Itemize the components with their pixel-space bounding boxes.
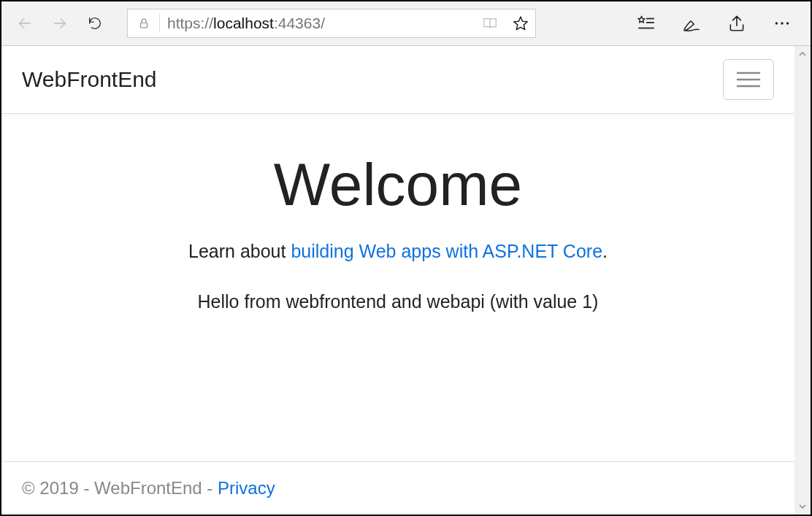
share-button[interactable] [714,6,759,41]
arrow-right-icon [52,15,68,31]
hamburger-icon [735,69,762,91]
arrow-left-icon [17,15,33,31]
toolbar-right [624,6,811,41]
notes-button[interactable] [669,6,714,41]
footer: © 2019 - WebFrontEnd - Privacy [1,461,794,515]
forward-button[interactable] [42,6,77,41]
api-message: Hello from webfrontend and webapi (with … [1,291,794,312]
refresh-button[interactable] [77,6,112,41]
browser-toolbar: https://localhost:44363/ [1,1,811,46]
lock-icon [128,14,160,33]
subtitle: Learn about building Web apps with ASP.N… [1,241,794,262]
more-button[interactable] [759,6,805,41]
chevron-down-icon [798,502,807,511]
url-protocol: https:// [167,15,213,31]
main-content: Welcome Learn about building Web apps wi… [1,114,794,461]
navbar-toggle-button[interactable] [723,59,774,100]
address-bar-actions [480,13,535,34]
svg-point-4 [775,22,778,24]
page-content: WebFrontEnd Welcome Learn about building… [1,46,794,515]
favorite-button[interactable] [510,13,531,34]
learn-link[interactable]: building Web apps with ASP.NET Core [291,241,602,261]
reading-view-button[interactable] [480,13,500,34]
scroll-up-button[interactable] [794,46,811,62]
favorites-list-button[interactable] [624,6,669,41]
url-text: https://localhost:44363/ [160,15,480,32]
privacy-link[interactable]: Privacy [218,478,275,498]
page-area: WebFrontEnd Welcome Learn about building… [1,46,811,515]
site-navbar: WebFrontEnd [1,46,794,114]
chevron-up-icon [798,50,807,58]
scroll-down-button[interactable] [794,498,811,515]
star-icon [512,15,529,32]
subtitle-prefix: Learn about [188,241,291,261]
star-list-icon [637,14,656,33]
url-host: localhost [213,15,274,31]
dots-icon [773,14,792,33]
address-bar[interactable]: https://localhost:44363/ [127,9,536,38]
nav-buttons [1,6,118,41]
pen-icon [682,14,701,33]
svg-point-5 [781,22,783,24]
subtitle-suffix: . [602,241,608,261]
page-title: Welcome [1,150,794,219]
copyright-text: © 2019 - WebFrontEnd [22,478,202,498]
svg-point-6 [786,22,789,24]
svg-rect-0 [140,23,147,28]
url-port-path: :44363/ [274,15,325,31]
footer-separator: - [202,478,218,498]
book-icon [482,15,498,31]
share-icon [727,14,746,33]
brand-title[interactable]: WebFrontEnd [22,67,157,92]
vertical-scrollbar[interactable] [794,46,811,515]
back-button[interactable] [7,6,42,41]
refresh-icon [87,15,103,31]
